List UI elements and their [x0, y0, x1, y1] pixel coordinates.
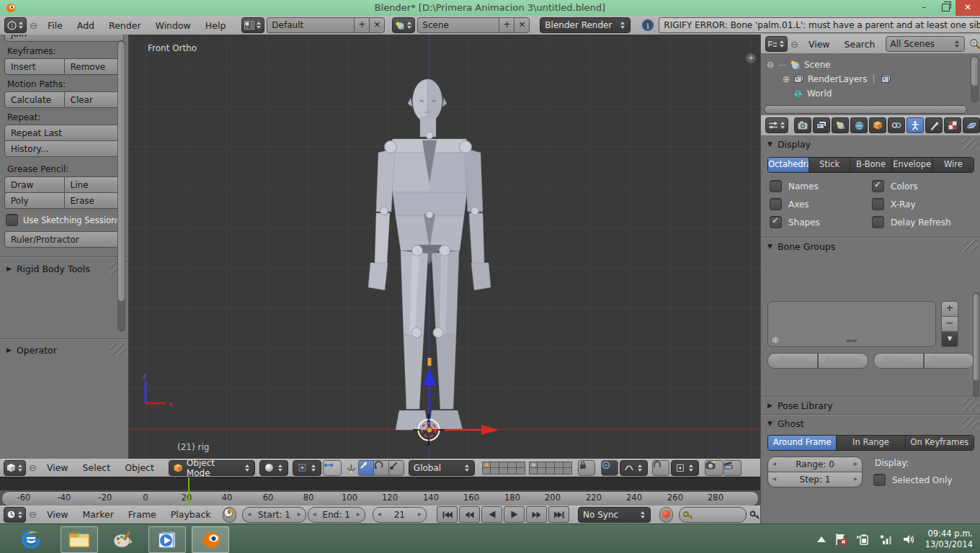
bone-group-specials-button[interactable]: ▾ [941, 332, 958, 347]
clear-paths-button[interactable]: Clear [64, 91, 125, 108]
menu-add[interactable]: Add [70, 20, 102, 31]
timeline-menu-playback[interactable]: Playback [164, 509, 218, 520]
scene-icon-button[interactable] [392, 17, 415, 33]
editor-type-view3d-button[interactable] [4, 460, 26, 476]
menu-file[interactable]: File [40, 20, 70, 31]
bone-groups-panel-header[interactable]: ▼ Bone Groups [761, 238, 980, 255]
outliner-filter-select[interactable]: All Scenes [886, 36, 965, 52]
proportional-falloff-select[interactable] [620, 460, 648, 476]
ghost-step-field[interactable]: ◂ Step: 1 ▸ [767, 472, 863, 487]
display-mode-envelope[interactable]: Envelope [892, 158, 933, 172]
delay-refresh-checkbox[interactable] [872, 216, 884, 228]
collapse-item-icon[interactable]: ⊖ [767, 60, 774, 70]
increment-arrow-icon[interactable]: ▸ [854, 459, 858, 467]
view3d-menu-view[interactable]: View [40, 462, 76, 473]
collapse-menus-icon[interactable]: ⊖ [29, 509, 37, 520]
remove-button[interactable]: Remove [818, 353, 868, 369]
taskbar-clock[interactable]: 09:44 p.m. 13/03/2014 [925, 529, 973, 550]
add-scene-button[interactable]: + [499, 17, 514, 33]
region-plus-icon[interactable]: + [746, 53, 756, 63]
rigid-body-tools-panel-header[interactable]: ▶ Rigid Body Tools [0, 260, 128, 277]
snap-toggle[interactable] [652, 460, 669, 476]
taskbar-internet-explorer-icon[interactable] [13, 526, 49, 552]
names-checkbox[interactable] [770, 180, 782, 192]
taskbar-media-player-icon[interactable] [148, 526, 186, 553]
decrement-arrow-icon[interactable]: ◂ [772, 475, 776, 482]
view3d-menu-select[interactable]: Select [76, 462, 118, 473]
tab-world[interactable] [850, 117, 868, 133]
outliner-row-renderlayers[interactable]: ⊕ RenderLayers | [761, 72, 980, 86]
opengl-render-image-button[interactable] [705, 460, 723, 476]
grease-line-button[interactable]: Line [64, 176, 125, 193]
next-keyframe-button[interactable] [526, 506, 547, 523]
display-mode-bbone[interactable]: B-Bone [850, 158, 891, 172]
menu-render[interactable]: Render [102, 20, 148, 31]
power-battery-icon[interactable] [856, 534, 870, 545]
screen-layout-field[interactable]: Default [267, 17, 354, 33]
grease-poly-button[interactable]: Poly [4, 192, 64, 209]
display-mode-octahedral[interactable]: Octahedral [768, 158, 809, 172]
snap-element-select[interactable] [671, 460, 699, 476]
insert-keyframe-button[interactable]: Insert [4, 58, 64, 75]
taskbar-blender-icon[interactable] [192, 526, 229, 553]
network-signal-icon[interactable]: ✱ [879, 534, 894, 545]
properties-scrollbar[interactable] [973, 292, 979, 397]
bone-groups-list[interactable]: ⊕ ══ [767, 301, 936, 347]
delete-scene-button[interactable]: × [514, 17, 530, 33]
render-engine-select[interactable]: Blender Render [540, 17, 631, 33]
remove-keyframe-button[interactable]: Remove [64, 58, 125, 75]
mode-select[interactable]: Object Mode [169, 460, 255, 476]
assign-button[interactable]: Assign [767, 353, 818, 369]
decrement-arrow-icon[interactable]: ◂ [772, 459, 776, 467]
tab-constraints[interactable] [888, 117, 905, 133]
toolshelf-scrollbar[interactable] [117, 40, 125, 331]
tab-bone[interactable] [925, 117, 943, 133]
collapse-menus-icon[interactable]: ⊖ [29, 462, 37, 473]
layer-grid-1[interactable] [482, 462, 525, 475]
expand-item-icon[interactable]: ⊕ [783, 74, 790, 84]
sketching-sessions-checkbox[interactable] [6, 214, 18, 226]
proportional-edit-toggle[interactable] [601, 460, 618, 476]
timeline-track-area[interactable] [0, 477, 760, 491]
editor-type-properties-button[interactable] [765, 117, 788, 133]
grease-draw-button[interactable]: Draw [4, 176, 64, 193]
tab-scene[interactable] [832, 117, 849, 133]
panel-drag-grip[interactable] [963, 240, 979, 252]
auto-keyframe-toggle[interactable] [223, 507, 237, 523]
delete-layout-button[interactable]: × [369, 17, 385, 33]
timeline-menu-frame[interactable]: Frame [121, 509, 164, 520]
menu-help[interactable]: Help [198, 20, 233, 31]
manipulator-rotate-toggle[interactable] [373, 460, 388, 476]
record-button[interactable] [659, 507, 674, 523]
ghost-panel-header[interactable]: ▼ Ghost [761, 415, 980, 432]
bone-group-add-button[interactable]: + [941, 301, 958, 317]
taskbar-paint-icon[interactable] [105, 526, 141, 552]
timeline-menu-marker[interactable]: Marker [76, 509, 121, 520]
lock-to-scene-toggle[interactable] [578, 460, 595, 476]
manipulate-centers-toggle[interactable] [323, 460, 342, 476]
ghost-on-keyframes[interactable]: On Keyframes [906, 436, 974, 450]
timeline-menu-view[interactable]: View [40, 509, 76, 520]
display-panel-header[interactable]: ▼ Display [761, 135, 980, 153]
taskbar-file-explorer-icon[interactable] [61, 526, 98, 553]
repeat-last-button[interactable]: Repeat Last [4, 125, 124, 140]
frame-end-field[interactable]: ◂End: 1▸ [308, 507, 365, 523]
deselect-button[interactable]: Deselect [924, 353, 974, 369]
panel-drag-grip[interactable] [963, 417, 979, 429]
viewport-shading-select[interactable] [259, 460, 288, 476]
panel-drag-grip[interactable] [963, 399, 979, 411]
insert-keyframe-icon[interactable] [749, 510, 760, 519]
tab-material[interactable] [944, 117, 961, 133]
play-reverse-button[interactable] [481, 506, 502, 523]
playhead[interactable] [188, 477, 190, 505]
ghost-range-field[interactable]: ◂ Range: 0 ▸ [767, 457, 863, 472]
layer-grid-2[interactable] [529, 462, 572, 475]
display-mode-wire[interactable]: Wire [933, 158, 974, 172]
history-button[interactable]: History... [4, 140, 124, 157]
tab-render[interactable] [794, 117, 811, 133]
opengl-render-anim-button[interactable] [723, 460, 741, 476]
search-icon[interactable] [969, 38, 980, 50]
manipulator-translate-toggle[interactable] [358, 460, 373, 476]
calculate-paths-button[interactable]: Calculate [4, 91, 64, 108]
transform-orientation-select[interactable]: Global [409, 460, 475, 476]
